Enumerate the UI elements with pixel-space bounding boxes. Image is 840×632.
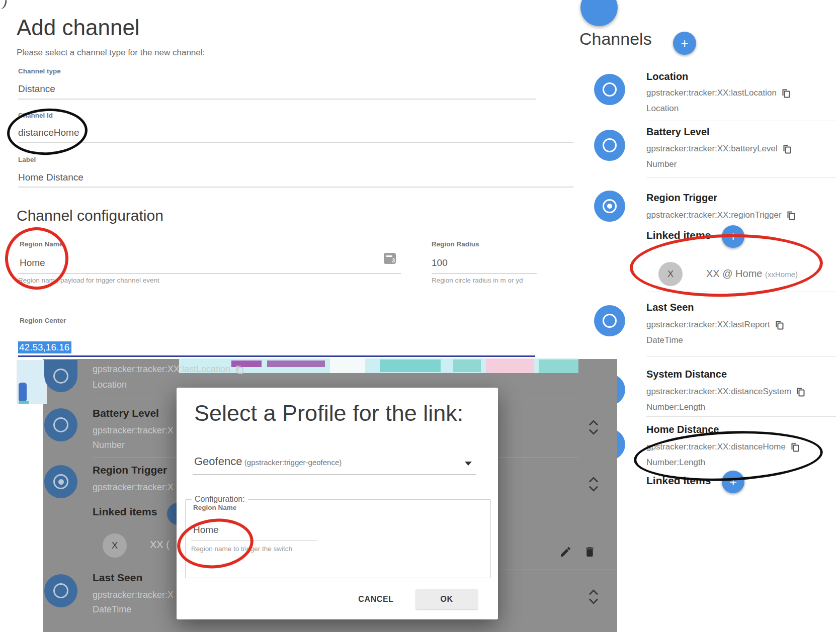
channel-type-select[interactable]: Distance bbox=[18, 83, 55, 95]
map-water bbox=[380, 359, 441, 372]
channel-name[interactable]: System Distance bbox=[646, 369, 727, 380]
fieldset-legend: Configuration: bbox=[192, 495, 248, 504]
divider bbox=[498, 400, 578, 400]
dim-channel-id-row: gpstracker:tracker:X bbox=[93, 590, 174, 600]
profile-select[interactable]: Geofence (gpstracker:trigger-geofence) bbox=[194, 455, 342, 468]
label-field-label: Label bbox=[18, 156, 36, 163]
channel-type: Number:Length bbox=[646, 402, 705, 412]
divider bbox=[498, 570, 617, 570]
label-input[interactable]: Home Distance bbox=[18, 172, 83, 183]
region-radius-input[interactable]: 100 bbox=[432, 257, 448, 268]
config-section-title: Channel configuration bbox=[17, 207, 163, 224]
channel-uid: gpstracker:tracker:XX:lastLocation bbox=[93, 364, 230, 375]
channel-uid: gpstracker:tracker:XX:distanceSystem bbox=[646, 387, 791, 397]
dim-channel-avatar bbox=[44, 574, 77, 607]
ok-button[interactable]: OK bbox=[415, 589, 478, 609]
radio-unchecked-icon bbox=[603, 138, 617, 152]
map-label-fragment bbox=[267, 360, 325, 367]
dialog-title: Select a Profile for the link: bbox=[194, 400, 463, 426]
map-marker bbox=[19, 383, 27, 402]
region-center-input[interactable]: 42.53,16.16 bbox=[18, 342, 71, 353]
divider bbox=[646, 177, 836, 177]
channel-avatar bbox=[594, 305, 625, 336]
annotation-ellipse-linked-item bbox=[629, 232, 823, 299]
profile-select-detail: (gpstracker:trigger-geofence) bbox=[244, 458, 342, 467]
channel-avatar bbox=[594, 130, 625, 161]
text-param-icon[interactable]: 3 bbox=[384, 253, 396, 264]
channel-name[interactable]: Battery Level bbox=[646, 126, 710, 138]
channel-type: Location bbox=[646, 104, 679, 114]
radio-checked-icon bbox=[603, 199, 617, 213]
channels-panel-title: Channels bbox=[579, 29, 652, 49]
radio-checked-icon bbox=[53, 474, 68, 489]
page-title: Add channel bbox=[17, 15, 140, 40]
channel-avatar bbox=[594, 74, 625, 105]
dim-channel-name: Region Trigger bbox=[93, 464, 167, 476]
channel-uid: gpstracker:tracker:X bbox=[93, 425, 174, 436]
dim-linked-item-avatar: X bbox=[103, 533, 127, 558]
channel-id-row: gpstracker:tracker:XX:regionTrigger bbox=[646, 210, 795, 220]
map-water bbox=[19, 401, 29, 404]
divider bbox=[646, 416, 836, 417]
dim-channel-id-row: gpstracker:tracker:X bbox=[93, 425, 174, 436]
copy-icon bbox=[235, 365, 243, 374]
divider bbox=[498, 458, 578, 458]
channel-name[interactable]: Region Trigger bbox=[646, 192, 717, 204]
dim-channel-avatar bbox=[44, 360, 77, 392]
delete-icon[interactable] bbox=[583, 546, 596, 558]
channel-id-row: gpstracker:tracker:XX:distanceSystem bbox=[646, 387, 805, 397]
channel-uid: gpstracker:tracker:XX:batteryLevel bbox=[646, 144, 778, 154]
divider bbox=[93, 458, 177, 458]
map-water bbox=[453, 359, 481, 372]
crop-artifact bbox=[0, 0, 8, 10]
profile-select-value: Geofence bbox=[194, 455, 242, 468]
unfold-more-icon[interactable] bbox=[586, 589, 601, 604]
channel-name[interactable]: Location bbox=[646, 71, 688, 82]
cancel-button[interactable]: CANCEL bbox=[347, 589, 405, 609]
copy-icon[interactable] bbox=[796, 387, 805, 397]
dropdown-arrow-icon[interactable] bbox=[465, 462, 472, 466]
field-underline bbox=[18, 99, 536, 100]
selected-text: 42.53,16.16 bbox=[18, 341, 71, 353]
scrolled-fab[interactable] bbox=[580, 0, 618, 26]
copy-icon[interactable] bbox=[783, 144, 791, 154]
focused-field-underline bbox=[18, 355, 535, 357]
field-underline bbox=[18, 142, 573, 143]
map-water bbox=[539, 359, 578, 373]
page-subtitle: Please select a channel type for the new… bbox=[17, 48, 205, 58]
dim-channel-avatar bbox=[44, 465, 77, 498]
dim-channel-name: Last Seen bbox=[93, 572, 142, 584]
region-radius-label: Region Radius bbox=[432, 240, 479, 248]
select-underline bbox=[193, 474, 476, 475]
copy-icon[interactable] bbox=[787, 211, 795, 220]
divider bbox=[93, 400, 177, 400]
copy-icon[interactable] bbox=[782, 88, 790, 98]
annotation-ellipse-home-distance bbox=[633, 427, 824, 485]
channel-id-row: gpstracker:tracker:XX:lastReport bbox=[646, 320, 784, 330]
map-thumbnail bbox=[17, 360, 47, 404]
dim-channel-type: Location bbox=[93, 380, 127, 390]
add-channel-button[interactable]: + bbox=[673, 32, 696, 55]
channel-type: Number bbox=[646, 159, 677, 169]
dim-linked-items-header: Linked items bbox=[93, 506, 157, 518]
channel-uid: gpstracker:tracker:XX:lastLocation bbox=[646, 88, 777, 98]
channel-id-row: gpstracker:tracker:XX:lastLocation bbox=[646, 88, 790, 98]
region-center-label: Region Center bbox=[20, 317, 66, 324]
field-underline bbox=[432, 273, 537, 274]
radio-unchecked-icon bbox=[53, 417, 68, 432]
unfold-more-icon[interactable] bbox=[586, 420, 601, 435]
dim-linked-item-label: XX ( bbox=[150, 539, 170, 551]
divider bbox=[646, 121, 836, 121]
channel-uid: gpstracker:tracker:X bbox=[93, 590, 174, 600]
edit-icon[interactable] bbox=[559, 546, 572, 558]
copy-icon[interactable] bbox=[775, 320, 784, 330]
channel-uid: gpstracker:tracker:X bbox=[93, 482, 174, 493]
channel-name[interactable]: Last Seen bbox=[646, 302, 694, 313]
dialog-region-name-label: Region Name bbox=[193, 504, 236, 511]
field-underline bbox=[18, 187, 573, 188]
dim-channel-id-row: gpstracker:tracker:XX:lastLocation bbox=[93, 364, 243, 375]
unfold-more-icon[interactable] bbox=[586, 477, 601, 492]
map-patch bbox=[330, 358, 365, 373]
channel-id-row: gpstracker:tracker:XX:batteryLevel bbox=[646, 144, 791, 154]
map-area bbox=[486, 358, 534, 373]
